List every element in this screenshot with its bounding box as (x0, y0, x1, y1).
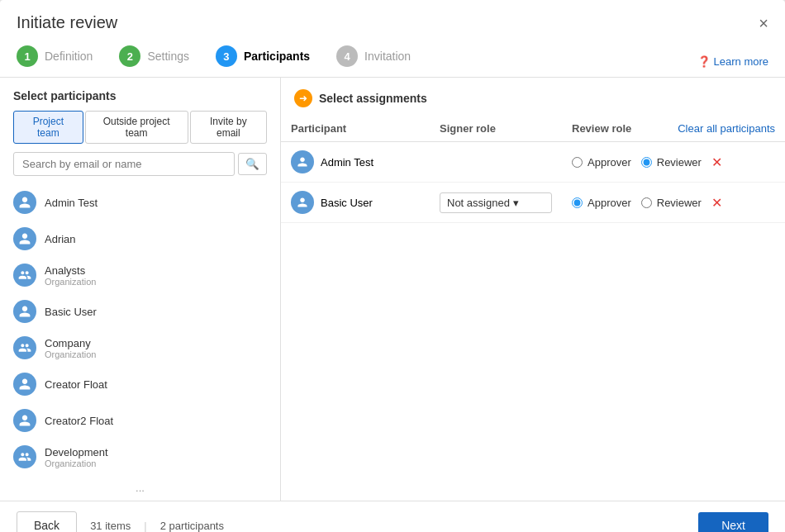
avatar (13, 191, 36, 214)
search-button[interactable]: 🔍 (238, 153, 267, 175)
modal-title: Initiate review (17, 13, 117, 32)
tab-project-team[interactable]: Project team (13, 111, 83, 144)
list-item-more: ... (0, 475, 280, 501)
remove-participant-button[interactable]: ✕ (711, 154, 722, 170)
step-3-label: Participants (244, 50, 310, 63)
step-4-label: Invitation (364, 50, 411, 63)
user-name: Analysts (45, 264, 96, 277)
user-list: Admin Test Adrian (0, 184, 280, 501)
approver-label[interactable]: Approver (588, 197, 631, 209)
user-org: Organization (45, 277, 96, 287)
user-name: Admin Test (45, 197, 98, 209)
list-item[interactable]: Analysts Organization (0, 257, 280, 293)
avatar (13, 300, 36, 323)
clear-all-button[interactable]: Clear all participants (678, 122, 775, 135)
table-row: Basic User Not assigned ▾ (281, 183, 785, 223)
user-info: Adrian (45, 233, 76, 245)
search-row: 🔍 (0, 152, 280, 184)
remove-participant-button[interactable]: ✕ (711, 195, 722, 211)
learn-more-button[interactable]: ❓ Learn more (697, 55, 768, 68)
review-role-cell: Approver Reviewer ✕ (562, 183, 785, 223)
col-review-role: Review role Clear all participants (562, 116, 785, 142)
signer-role-cell: Not assigned ▾ (430, 183, 562, 223)
left-panel-title: Select participants (0, 78, 280, 111)
tab-invite-by-email[interactable]: Invite by email (190, 111, 267, 144)
back-button[interactable]: Back (17, 511, 77, 532)
reviewer-label[interactable]: Reviewer (657, 156, 702, 169)
list-item[interactable]: Basic User (0, 293, 280, 330)
reviewer-radio[interactable] (641, 197, 652, 208)
steps-wrapper: 1 Definition 2 Settings 3 Participants (17, 45, 768, 77)
step-3-circle: 3 (216, 45, 237, 67)
avatar (13, 445, 36, 468)
avatar (291, 150, 314, 173)
user-info: Creator2 Float (45, 415, 113, 427)
avatar (13, 336, 36, 359)
user-name: Basic User (45, 306, 97, 318)
tabs-row: Project team Outside project team Invite… (0, 111, 280, 144)
reviewer-label[interactable]: Reviewer (657, 197, 702, 209)
avatar (13, 409, 36, 432)
left-panel: Select participants Project team Outside… (0, 78, 281, 501)
participant-cell: Basic User (281, 183, 430, 223)
reviewer-radio-group: Reviewer (641, 156, 702, 169)
modal-footer: Back 31 items | 2 participants Next (0, 501, 785, 532)
reviewer-radio-group: Reviewer (641, 197, 702, 209)
step-1-circle: 1 (17, 45, 38, 67)
signer-role-cell (430, 142, 562, 183)
signer-role-dropdown[interactable]: Not assigned ▾ (440, 192, 552, 213)
close-button[interactable]: × (759, 15, 768, 31)
arrow-right-icon: ➜ (294, 89, 312, 107)
list-item[interactable]: Admin Test (0, 184, 280, 221)
user-info: Company Organization (45, 337, 96, 359)
reviewer-radio[interactable] (641, 157, 652, 168)
approver-radio[interactable] (572, 157, 583, 168)
step-4-circle: 4 (336, 45, 358, 67)
table-row: Admin Test Approver (281, 142, 785, 183)
user-name: Creator Float (45, 378, 107, 391)
user-name: Development (45, 446, 108, 458)
avatar (291, 191, 314, 214)
footer-left: Back 31 items | 2 participants (17, 511, 224, 532)
right-panel-title: Select assignments (319, 92, 427, 105)
user-name: Company (45, 337, 96, 349)
approver-label[interactable]: Approver (588, 156, 631, 169)
list-item[interactable]: Creator2 Float (0, 402, 280, 439)
user-org: Organization (45, 458, 108, 468)
approver-radio-group: Approver (572, 197, 631, 209)
modal-header: Initiate review × 1 Definition 2 Setting… (0, 0, 785, 78)
approver-radio-group: Approver (572, 156, 631, 169)
user-name: Adrian (45, 233, 76, 245)
step-3: 3 Participants (216, 45, 330, 67)
signer-role-value: Not assigned (447, 197, 510, 209)
tab-outside-project-team[interactable]: Outside project team (85, 111, 188, 144)
learn-more-label: Learn more (714, 55, 768, 68)
list-item[interactable]: Development Organization (0, 439, 280, 475)
list-item[interactable]: Creator Float (0, 366, 280, 402)
avatar (13, 373, 36, 396)
participant-cell: Admin Test (281, 142, 430, 183)
approver-radio[interactable] (572, 197, 583, 208)
participants-count: 2 participants (160, 520, 224, 532)
user-info: Basic User (45, 306, 97, 318)
step-1-label: Definition (45, 50, 93, 63)
step-2-label: Settings (147, 50, 189, 63)
assignments-table: Participant Signer role Review role Clea… (281, 116, 785, 223)
list-item[interactable]: Adrian (0, 221, 280, 257)
user-info: Analysts Organization (45, 264, 96, 287)
step-2-circle: 2 (119, 45, 140, 67)
list-item[interactable]: Company Organization (0, 330, 280, 366)
user-info: Creator Float (45, 378, 107, 391)
right-panel-header: ➜ Select assignments (281, 78, 785, 116)
user-info: Development Organization (45, 446, 108, 468)
next-button[interactable]: Next (698, 512, 768, 532)
modal-body: Select participants Project team Outside… (0, 78, 785, 501)
user-org: Organization (45, 349, 96, 359)
col-participant: Participant (281, 116, 430, 142)
participant-name: Admin Test (321, 156, 373, 169)
search-input[interactable] (13, 152, 235, 176)
right-panel: ➜ Select assignments Participant Signer … (281, 78, 785, 501)
table-header-row: Participant Signer role Review role Clea… (281, 116, 785, 142)
items-count: 31 items (90, 520, 131, 532)
col-signer-role: Signer role (430, 116, 562, 142)
